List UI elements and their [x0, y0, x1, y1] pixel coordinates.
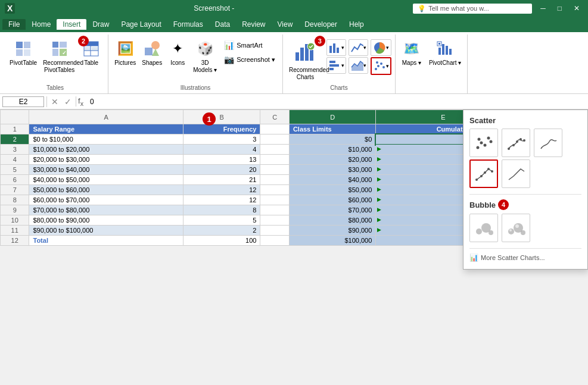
cell-a12[interactable]: Total — [29, 236, 183, 246]
scatter-straight-lines-btn[interactable] — [502, 159, 530, 188]
cell-c10[interactable] — [260, 215, 289, 226]
minimize-icon[interactable]: ─ — [537, 4, 549, 12]
cell-c4[interactable] — [260, 155, 289, 165]
menu-item-draw[interactable]: Draw — [86, 19, 115, 30]
menu-item-page-layout[interactable]: Page Layout — [115, 19, 167, 30]
scatter-smooth-markers-btn[interactable] — [502, 129, 530, 157]
cell-b3[interactable]: 4 — [183, 145, 260, 155]
col-header-c[interactable]: C — [260, 110, 289, 124]
more-scatter-link[interactable]: 📊 More Scatter Charts... — [469, 251, 581, 264]
cell-a5[interactable]: $30,000 to $40,000 — [29, 165, 183, 175]
cell-d4[interactable]: $20,000 — [289, 155, 375, 165]
menu-item-data[interactable]: Data — [209, 19, 236, 30]
cell-c9[interactable] — [260, 205, 289, 215]
col-header-d[interactable]: D — [289, 110, 375, 124]
cell-b7[interactable]: 12 — [183, 185, 260, 195]
formula-bar: E2 ✕ ✓ fx 0 — [0, 94, 588, 109]
cell-a4[interactable]: $20,000 to $30,000 — [29, 155, 183, 165]
maps-button[interactable]: 🗺️ Maps ▾ — [399, 37, 424, 68]
menu-item-formulas[interactable]: Formulas — [167, 19, 209, 30]
cell-c5[interactable] — [260, 165, 289, 175]
recommended-charts-button[interactable]: 3 Recommended Charts — [287, 37, 324, 83]
function-icon[interactable]: fx — [76, 96, 85, 107]
cell-b6[interactable]: 21 — [183, 175, 260, 185]
svg-point-47 — [484, 144, 487, 147]
menu-item-home[interactable]: Home — [26, 19, 57, 30]
shapes-button[interactable]: Shapes — [139, 37, 164, 68]
column-chart-button[interactable]: ▾ — [326, 39, 346, 56]
cell-a2[interactable]: $0 to $10,000 — [29, 134, 183, 145]
cell-a8[interactable]: $60,000 to $70,000 — [29, 195, 183, 205]
cell-a11[interactable]: $90,000 to $100,000 — [29, 226, 183, 236]
cell-d9[interactable]: $70,000 — [289, 205, 375, 215]
icons-button[interactable]: ✦ Icons — [166, 37, 189, 68]
cell-c12[interactable] — [260, 236, 289, 246]
cell-d12[interactable]: $100,000 — [289, 236, 375, 246]
menu-item-insert[interactable]: Insert — [57, 19, 86, 30]
cell-c3[interactable] — [260, 145, 289, 155]
cell-b1[interactable]: Frequency — [183, 124, 260, 134]
cell-a3[interactable]: $10,000 to $20,000 — [29, 145, 183, 155]
bubble-btn[interactable] — [469, 214, 498, 242]
cell-b8[interactable]: 12 — [183, 195, 260, 205]
cell-d2[interactable]: $0 — [289, 134, 375, 145]
formula-input[interactable]: 0 — [88, 97, 586, 107]
cell-a6[interactable]: $40,000 to $50,000 — [29, 175, 183, 185]
col-header-b[interactable]: B — [183, 110, 260, 124]
cell-b2[interactable]: 3 — [183, 134, 260, 145]
table-button[interactable]: 2 Table — [79, 37, 103, 68]
cell-d6[interactable]: $40,000 — [289, 175, 375, 185]
scatter-smooth-lines-btn[interactable] — [534, 129, 562, 157]
cell-b9[interactable]: 8 — [183, 205, 260, 215]
cell-c7[interactable] — [260, 185, 289, 195]
pivot-chart-button[interactable]: PivotChart ▾ — [427, 37, 463, 68]
close-icon[interactable]: ✕ — [570, 4, 583, 12]
pivot-table-button[interactable]: PivotTable — [7, 37, 39, 68]
name-box[interactable]: E2 — [2, 96, 44, 107]
cell-b10[interactable]: 5 — [183, 215, 260, 226]
cell-b5[interactable]: 20 — [183, 165, 260, 175]
pie-chart-button[interactable]: ▾ — [371, 39, 391, 56]
cell-a10[interactable]: $80,000 to $90,000 — [29, 215, 183, 226]
cancel-formula-icon[interactable]: ✕ — [49, 97, 60, 107]
recommended-pivot-button[interactable]: ✓ Recommended PivotTables — [41, 37, 78, 76]
line-chart-button[interactable]: ▾ — [349, 39, 368, 56]
tell-me-box[interactable]: 💡 Tell me what you w... — [413, 4, 532, 14]
menu-item-help[interactable]: Help — [343, 19, 370, 30]
cell-b12[interactable]: 100 — [183, 236, 260, 246]
cell-b4[interactable]: 13 — [183, 155, 260, 165]
smartart-button[interactable]: 📊 SmartArt — [220, 39, 279, 51]
col-header-a[interactable]: A — [29, 110, 183, 124]
cell-d10[interactable]: $80,000 — [289, 215, 375, 226]
cell-c6[interactable] — [260, 175, 289, 185]
bubble-3d-btn[interactable] — [502, 214, 530, 242]
cell-a1[interactable]: Salary Range — [29, 124, 183, 134]
3d-models-button[interactable]: 🎲 3DModels ▾ — [191, 37, 219, 76]
maximize-icon[interactable]: □ — [554, 4, 565, 12]
cell-d7[interactable]: $50,000 — [289, 185, 375, 195]
cell-c8[interactable] — [260, 195, 289, 205]
menu-item-review[interactable]: Review — [236, 19, 271, 30]
scatter-straight-markers-btn[interactable] — [469, 159, 498, 188]
scatter-only-markers-btn[interactable] — [469, 129, 498, 157]
cell-b11[interactable]: 2 — [183, 226, 260, 236]
menu-item-developer[interactable]: Developer — [298, 19, 343, 30]
area-chart-button[interactable]: ▾ — [349, 57, 368, 74]
cell-d3[interactable]: $10,000 — [289, 145, 375, 155]
confirm-formula-icon[interactable]: ✓ — [63, 97, 73, 107]
menu-item-view[interactable]: View — [272, 19, 299, 30]
cell-d5[interactable]: $30,000 — [289, 165, 375, 175]
screenshot-button[interactable]: 📷 Screenshot ▾ — [220, 54, 279, 65]
cell-d8[interactable]: $60,000 — [289, 195, 375, 205]
cell-c2[interactable] — [260, 134, 289, 145]
cell-d11[interactable]: $90,000 — [289, 226, 375, 236]
scatter-chart-button[interactable]: ▾ — [371, 57, 391, 75]
cell-a9[interactable]: $70,000 to $80,000 — [29, 205, 183, 215]
pictures-button[interactable]: 🖼️ Pictures — [112, 37, 138, 68]
bar-chart-button[interactable]: ▾ — [326, 57, 346, 74]
cell-d1[interactable]: Class Limits — [289, 124, 375, 134]
cell-c11[interactable] — [260, 226, 289, 236]
cell-c1[interactable] — [260, 124, 289, 134]
cell-a7[interactable]: $50,000 to $60,000 — [29, 185, 183, 195]
menu-item-file[interactable]: File — [2, 19, 26, 30]
